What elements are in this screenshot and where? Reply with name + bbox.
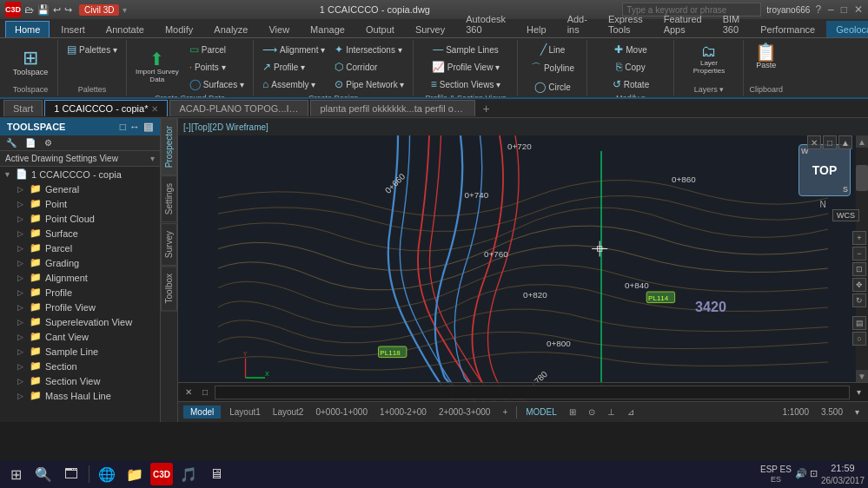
snap-btn[interactable]: ⊙: [585, 406, 599, 418]
vp-restore-btn[interactable]: □: [823, 135, 837, 149]
autocad-taskbar-btn[interactable]: C3D: [150, 463, 173, 485]
tab-survey[interactable]: Survey: [406, 21, 454, 37]
3d-nav-btn[interactable]: ▤: [852, 316, 866, 330]
zoom-in-btn[interactable]: +: [852, 231, 866, 245]
tab-bim360[interactable]: BIM 360: [713, 10, 750, 37]
ts-icon-menu[interactable]: ▤: [143, 121, 153, 133]
polyline-btn[interactable]: ⌒ Polyline: [527, 59, 578, 77]
circle-btn[interactable]: ◯ Circle: [531, 79, 574, 95]
tab-insert[interactable]: Insert: [51, 21, 95, 37]
vp-maximize-btn[interactable]: ▲: [838, 135, 852, 149]
steering-wheel-btn[interactable]: ○: [852, 332, 866, 346]
survey-tab[interactable]: Survey: [161, 223, 177, 266]
tab-file-1[interactable]: 1 CCAICCCO - copia*✕: [44, 100, 168, 116]
copy-btn[interactable]: ⎘ Copy: [613, 59, 648, 75]
zoom-extent-btn[interactable]: ⊡: [852, 262, 866, 276]
tab-addins[interactable]: Add-ins: [558, 10, 597, 37]
ts-node-profileview[interactable]: ▷ 📁 Profile View: [0, 300, 160, 314]
music-btn[interactable]: 🎵: [176, 462, 201, 486]
ts-btn-3[interactable]: ⚙: [42, 137, 55, 148]
ts-node-profile[interactable]: ▷ 📁 Profile: [0, 285, 160, 300]
tab-performance[interactable]: Performance: [751, 21, 825, 37]
ts-node-section[interactable]: ▷ 📁 Section: [0, 359, 160, 373]
ts-btn-1[interactable]: 🔧: [3, 137, 19, 148]
grid-btn[interactable]: ⊞: [566, 406, 580, 418]
nav-cube-face[interactable]: W TOP S: [798, 144, 851, 196]
ts-node-sampleline[interactable]: ▷ 📁 Sample Line: [0, 344, 160, 359]
tab-annotate[interactable]: Annotate: [96, 21, 154, 37]
quick-undo[interactable]: ↩: [53, 4, 61, 16]
quick-save[interactable]: 🗁: [24, 4, 34, 15]
station-3-tab[interactable]: 2+000-3+000: [435, 406, 494, 418]
layout1-tab[interactable]: Layout1: [226, 406, 264, 418]
scroll-down-btn[interactable]: ▼: [856, 370, 868, 382]
ts-btn-2[interactable]: 📄: [23, 137, 38, 148]
ts-node-surface[interactable]: ▷ 📁 Surface: [0, 226, 160, 241]
tab-modify[interactable]: Modify: [156, 21, 202, 37]
surfaces-btn[interactable]: ◯ Surfaces ▾: [186, 76, 248, 92]
add-tab-btn[interactable]: +: [499, 406, 511, 418]
corridor-btn[interactable]: ⬡ Corridor: [331, 59, 407, 75]
import-survey-data-btn[interactable]: ⬆ Import SurveyData: [132, 49, 182, 85]
line-btn[interactable]: ╱ Line: [537, 42, 569, 57]
tab-autodesk360[interactable]: Autodesk 360: [456, 10, 515, 37]
pan-btn[interactable]: ✥: [852, 278, 866, 292]
command-autocomplete-btn[interactable]: ▾: [853, 386, 865, 398]
dropdown-arrow[interactable]: ▾: [123, 5, 127, 15]
toolbox-tab[interactable]: Toolbox: [161, 266, 177, 311]
tab-home[interactable]: Home: [5, 21, 50, 37]
alignment-btn[interactable]: ⟶ Alignment ▾: [259, 42, 328, 57]
start-button[interactable]: ⊞: [3, 462, 28, 486]
ts-node-general[interactable]: ▷ 📁 General: [0, 181, 160, 196]
minimize-btn[interactable]: –: [828, 3, 834, 16]
paste-btn[interactable]: 📋 Paste: [752, 42, 780, 71]
quick-open[interactable]: 💾: [37, 4, 50, 16]
tab-expresstools[interactable]: Express Tools: [599, 10, 653, 37]
maximize-btn[interactable]: □: [841, 3, 847, 16]
monitor-btn[interactable]: 🖥: [204, 462, 229, 486]
polar-btn[interactable]: ⊿: [624, 406, 638, 418]
vp-close-btn[interactable]: ✕: [807, 135, 821, 149]
taskview-btn[interactable]: 🗔: [59, 462, 83, 486]
station-2-tab[interactable]: 1+000-2+00: [376, 406, 430, 418]
zoom-out-btn[interactable]: −: [852, 247, 866, 260]
elevation-label[interactable]: 3.500: [818, 406, 846, 418]
layer-properties-btn[interactable]: 🗂 LayerProperties: [690, 42, 728, 76]
settings-tab[interactable]: Settings: [161, 175, 177, 222]
orbit-btn[interactable]: ↻: [852, 293, 866, 307]
ts-node-pointcloud[interactable]: ▷ 📁 Point Cloud: [0, 211, 160, 226]
assembly-btn[interactable]: ⌂ Assembly ▾: [259, 76, 328, 92]
prospector-tab[interactable]: Prospector: [161, 118, 177, 175]
command-line-input[interactable]: [215, 386, 850, 399]
cad-canvas[interactable]: 0+720 0+860 0+660 0+740 0+760 0+820 0+84…: [178, 135, 868, 401]
ts-node-parcel[interactable]: ▷ 📁 Parcel: [0, 241, 160, 255]
ts-node-root[interactable]: ▼ 📄 1 CCAICCCO - copia: [0, 167, 160, 181]
tab-help[interactable]: Help: [517, 21, 556, 37]
help-btn[interactable]: ?: [815, 3, 821, 16]
ts-icon-pin[interactable]: ↔: [129, 121, 140, 133]
annotation-scale-btn[interactable]: ▾: [851, 406, 863, 418]
ts-node-superelevation[interactable]: ▷ 📁 Superelevation View: [0, 314, 160, 329]
ts-node-point[interactable]: ▷ 📁 Point: [0, 196, 160, 211]
tab-manage[interactable]: Manage: [301, 21, 354, 37]
model-mode-btn[interactable]: MODEL: [522, 406, 560, 418]
tab-file-2[interactable]: ACAD-PLANO TOPOG...ILLCA PLANTA OK*✕: [169, 100, 308, 116]
vp-restore-s-btn[interactable]: □: [199, 386, 211, 398]
toolspace-btn[interactable]: ⊞ Toolspace: [9, 47, 52, 78]
ts-node-masshaulline[interactable]: ▷ 📁 Mass Haul Line: [0, 388, 160, 403]
section-views-btn[interactable]: ≡ Section Views ▾: [427, 76, 504, 92]
tab-start[interactable]: Start: [3, 100, 43, 116]
new-tab-btn[interactable]: +: [477, 99, 494, 118]
viewport[interactable]: [-][Top][2D Wireframe]: [178, 118, 868, 401]
tab-view[interactable]: View: [259, 21, 299, 37]
pipe-network-btn[interactable]: ⊙ Pipe Network ▾: [331, 76, 407, 92]
tab-file-3[interactable]: planta perfil okkkkkk...ta perfil okkkkk…: [310, 100, 475, 116]
close-tab-1[interactable]: ✕: [151, 104, 158, 114]
tab-output[interactable]: Output: [356, 21, 404, 37]
tab-analyze[interactable]: Analyze: [204, 21, 257, 37]
scale-label[interactable]: 1:1000: [779, 406, 812, 418]
ts-dropdown[interactable]: Active Drawing Settings View ▾: [0, 151, 160, 167]
vp-close-x-btn[interactable]: ✕: [182, 386, 195, 398]
model-tab[interactable]: Model: [183, 406, 221, 419]
explorer-btn[interactable]: 📁: [123, 462, 147, 486]
